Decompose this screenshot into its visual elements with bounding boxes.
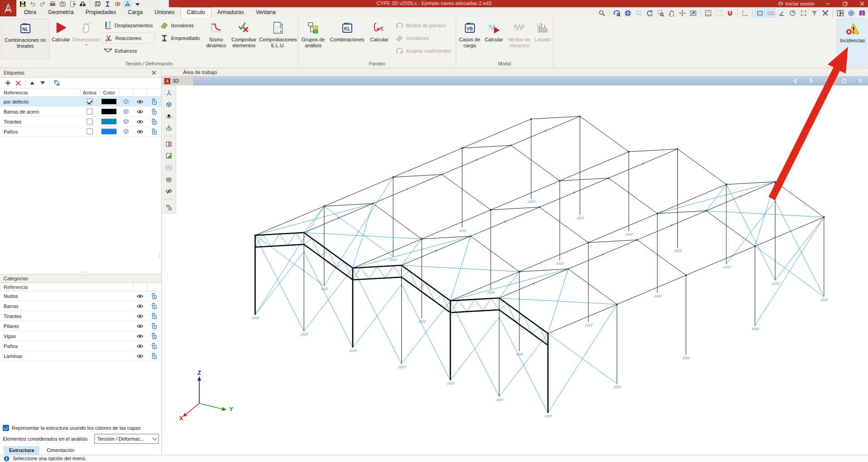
lock-open-icon[interactable] [147, 118, 161, 125]
cube-icon[interactable] [119, 108, 133, 115]
lock-open-icon[interactable] [147, 108, 161, 115]
checkbox-checked-icon[interactable] [3, 425, 9, 431]
menu-item-uniones[interactable]: Uniones [148, 7, 180, 17]
active-checkbox[interactable] [87, 129, 93, 134]
categoria-row[interactable]: Vigas [0, 331, 161, 341]
active-checkbox[interactable] [87, 99, 93, 104]
analysis-select[interactable]: Tensión / Deformac... [94, 434, 159, 444]
desplazamientos-button[interactable]: Desplazamientos [102, 20, 155, 31]
color-swatch[interactable] [101, 119, 117, 124]
lock-open-icon[interactable] [147, 333, 161, 339]
active-checkbox[interactable] [87, 119, 93, 124]
modos-vibracion-button[interactable]: Modos de vibración [505, 19, 533, 60]
tab-estructura[interactable]: Estructura [4, 446, 39, 455]
menu-item-calculo[interactable]: Cálculo [181, 7, 212, 17]
empresillado-button[interactable]: Empresillado [158, 32, 202, 44]
close-view-button[interactable] [857, 78, 863, 84]
menu-item-ventana[interactable]: Ventana [250, 7, 281, 17]
web-icon[interactable] [846, 8, 856, 18]
comprobar-elementos-button[interactable]: Comprobar elementos [229, 19, 259, 60]
color-swatch[interactable] [101, 109, 117, 114]
lock-open-icon[interactable] [147, 323, 161, 329]
reacciones-button[interactable]: Reacciones [102, 32, 155, 44]
save-icon[interactable] [19, 0, 27, 7]
dimension-icon[interactable]: 1.00 [766, 8, 776, 18]
etiqueta-row[interactable]: Tirantes [0, 117, 161, 127]
move-up-button[interactable] [29, 79, 36, 87]
move-view-icon[interactable] [677, 8, 687, 18]
incidencias-button[interactable]: Incidencias [838, 19, 867, 66]
zoom-previous-icon[interactable] [634, 8, 644, 18]
menu-item-propiedades[interactable]: Propiedades [79, 7, 122, 17]
isovalores-pandeo-button[interactable]: Isovalores [393, 32, 453, 44]
signin-button[interactable]: Iniciar sesión [778, 0, 814, 7]
calcular-pandeo-button[interactable]: K·L Calcular [367, 19, 392, 60]
redraw-icon[interactable] [645, 8, 655, 18]
eye-icon[interactable] [133, 314, 147, 318]
tab-3d[interactable]: 3D [162, 76, 194, 85]
wire-cube-icon[interactable] [94, 0, 102, 7]
eye-icon[interactable] [133, 354, 147, 358]
layers-icon[interactable] [163, 174, 174, 184]
color-swatch[interactable] [101, 129, 117, 134]
color-swatch[interactable] [101, 99, 117, 104]
viewport-3d[interactable]: ZYX [162, 85, 868, 455]
modos-pandeo-button[interactable]: Modos de pandeo [393, 20, 453, 31]
lock-open-icon[interactable] [147, 313, 161, 319]
eye-icon[interactable] [133, 129, 147, 134]
calcular-tension-button[interactable]: Calcular [49, 19, 72, 60]
search-icon[interactable] [597, 8, 607, 18]
print-icon[interactable] [49, 0, 57, 7]
isovalores-button[interactable]: Isovalores [158, 20, 202, 31]
move-down-button[interactable] [39, 79, 46, 87]
hide-elements-icon[interactable] [163, 186, 174, 196]
listado-button[interactable]: Listado [533, 19, 552, 60]
categoria-row[interactable]: Láminas [0, 351, 161, 361]
draw-rectangle-icon[interactable] [755, 8, 765, 18]
menu-item-armaduras[interactable]: Armaduras [212, 7, 250, 17]
eye-icon[interactable] [133, 119, 147, 124]
delete-label-button[interactable] [15, 79, 22, 87]
view-cube-icon[interactable] [163, 99, 174, 109]
orbit-view-icon[interactable] [163, 111, 174, 121]
close-button[interactable] [859, 1, 865, 6]
lock-open-icon[interactable] [147, 353, 161, 359]
menu-item-carga[interactable]: Carga [122, 7, 149, 17]
eye-icon[interactable] [133, 304, 147, 308]
active-checkbox[interactable] [87, 109, 93, 114]
eye-icon[interactable] [133, 324, 147, 328]
align-plane-icon[interactable] [163, 151, 174, 161]
eye-icon[interactable] [133, 99, 147, 104]
steel-sections-icon[interactable] [104, 0, 112, 7]
categoria-row[interactable]: Nudos [0, 291, 161, 301]
dxf-dwg-import-icon[interactable]: DXFDWG [703, 8, 713, 18]
lock-open-icon[interactable] [147, 343, 161, 349]
restore-button[interactable] [842, 1, 848, 6]
comprobaciones-elu-button[interactable]: Comprobaciones E.L.U. [259, 19, 297, 60]
tab-cimentacion[interactable]: Cimentación [41, 446, 80, 455]
close-panel-icon[interactable] [150, 69, 158, 76]
search-binoculars-icon[interactable] [79, 0, 87, 7]
menu-item-geometria[interactable]: Geometría [42, 7, 80, 17]
categoria-row[interactable]: Barras [0, 301, 161, 311]
minimize-button[interactable] [824, 1, 831, 6]
lock-open-icon[interactable] [147, 293, 161, 299]
angle-icon[interactable] [777, 8, 787, 18]
window-layout-icon[interactable] [835, 8, 845, 18]
render-3d-icon[interactable]: 3D [163, 202, 174, 212]
cube-icon[interactable] [119, 98, 133, 105]
casos-carga-button[interactable]: VB Casos de carga [457, 19, 482, 60]
panel-splitter[interactable] [0, 270, 161, 274]
sismo-dinamico-button[interactable]: Sismo dinámico [203, 19, 228, 60]
more-tools-icon[interactable] [133, 0, 142, 7]
undo-icon[interactable] [29, 0, 37, 7]
calcular-modal-button[interactable]: Calcular [482, 19, 505, 60]
orbit-icon[interactable] [612, 8, 622, 18]
grupos-analisis-button[interactable]: Grupos de análisis [299, 19, 327, 60]
combinaciones-pandeo-button[interactable]: KL Combinaciones [327, 19, 367, 60]
prev-view-button[interactable] [792, 78, 798, 84]
add-label-button[interactable] [4, 79, 11, 87]
filter-icon[interactable] [809, 8, 819, 18]
section-cut-icon[interactable] [113, 0, 122, 7]
etiqueta-row[interactable]: por defecto [0, 97, 161, 107]
